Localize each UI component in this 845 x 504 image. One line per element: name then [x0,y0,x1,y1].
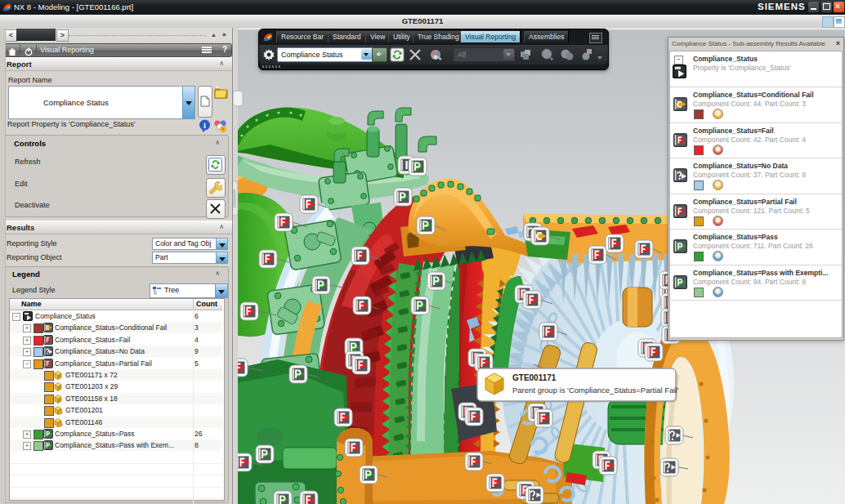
svg-text:Parent group is 'Compliance_St: Parent group is 'Compliance_Status=Parti… [512,386,679,395]
svg-text:i: i [203,121,206,130]
svg-text:GTE001171: GTE001171 [512,373,557,382]
